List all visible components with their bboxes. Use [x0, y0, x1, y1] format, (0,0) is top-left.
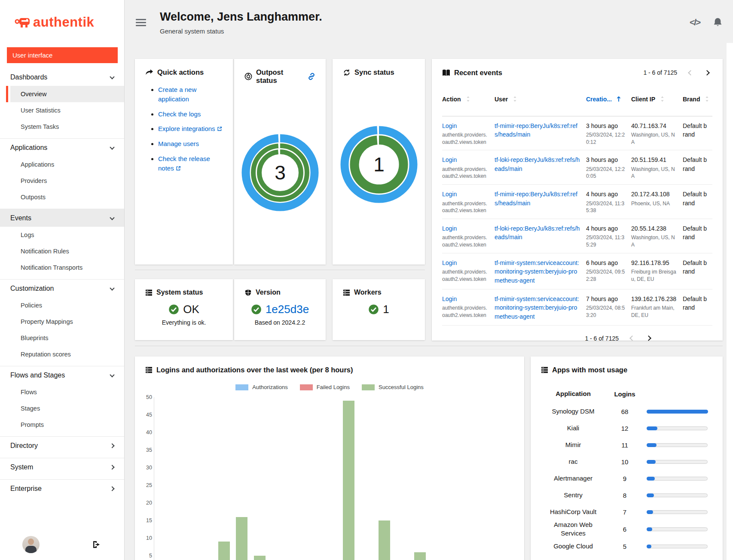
- progress-bar-track: [647, 477, 708, 481]
- event-user-link[interactable]: tf-mimir-repo:BeryJu/k8s:ref:refs/heads/…: [495, 190, 581, 207]
- quick-actions-list: Create a new applicationCheck the logsEx…: [151, 85, 227, 173]
- column-sort-toggle-creatio[interactable]: Creatio...: [586, 96, 621, 103]
- chevron-right-icon: [110, 465, 114, 469]
- main-content: Welcome, Jens Langhammer. General system…: [125, 0, 733, 560]
- event-action-link[interactable]: Login: [442, 190, 489, 198]
- pagination-next-button[interactable]: [701, 67, 712, 78]
- quick-action-item: Check the logs: [151, 110, 227, 119]
- cell-subtext: 25/03/2024, 12:20:05: [586, 166, 626, 180]
- sort-icon: [660, 96, 665, 102]
- sidebar-item-outposts[interactable]: Outposts: [10, 189, 124, 205]
- event-time: 4 hours ago: [586, 224, 626, 233]
- quick-action-link-manage-users[interactable]: Manage users: [158, 140, 199, 147]
- chevron-down-icon: [110, 215, 114, 220]
- scrollbar[interactable]: [727, 43, 733, 560]
- nav-group-events: EventsLogsNotification RulesNotification…: [0, 209, 124, 279]
- event-action-link[interactable]: Login: [442, 155, 489, 164]
- cell-subtext: 25/03/2024, 11:35:38: [586, 200, 626, 215]
- column-sort-toggle-action[interactable]: Action: [442, 96, 471, 103]
- event-client-ip: 20.55.14.238: [631, 224, 678, 233]
- sidebar-item-system-tasks[interactable]: System Tasks: [10, 119, 124, 135]
- table-cell: Loginauthentik.providers.oauth2.views.to…: [442, 150, 495, 185]
- external-link-icon: [215, 125, 222, 132]
- event-action-link[interactable]: Login: [442, 259, 489, 267]
- system-status-subtitle: Everything is ok.: [135, 319, 233, 326]
- sidebar-item-reputation-scores[interactable]: Reputation scores: [10, 346, 124, 362]
- pagination-prev-button[interactable]: [685, 67, 696, 78]
- event-action-link[interactable]: Login: [442, 224, 489, 233]
- app-logins-count: 6: [605, 526, 644, 533]
- server-icon: [541, 366, 548, 374]
- sidebar-item-stages[interactable]: Stages: [10, 400, 124, 417]
- avatar[interactable]: [22, 536, 40, 553]
- chart-bar: [414, 552, 426, 560]
- pagination-label: 1 - 6 of 7125: [585, 335, 619, 342]
- app-name: rac: [541, 457, 605, 466]
- quick-action-link-explore-integrations[interactable]: Explore integrations: [158, 125, 215, 132]
- event-user-link[interactable]: tf-loki-repo:BeryJu/k8s:ref:refs/heads/m…: [495, 155, 581, 173]
- table-cell: tf-mimir-system:serviceaccount:monitorin…: [495, 253, 586, 289]
- event-user-link[interactable]: tf-mimir-system:serviceaccount:monitorin…: [495, 259, 581, 285]
- column-sort-toggle-user[interactable]: User: [495, 96, 518, 103]
- column-sort-toggle-client-ip[interactable]: Client IP: [631, 96, 665, 103]
- column-label: Client IP: [631, 96, 655, 103]
- quick-action-link-check-the-logs[interactable]: Check the logs: [158, 110, 201, 118]
- user-interface-button[interactable]: User interface: [7, 47, 118, 63]
- nav-group-label: System: [10, 463, 33, 471]
- sync-status-title: Sync status: [354, 68, 394, 76]
- quick-action-link-check-the-release-notes[interactable]: Check the release notes: [158, 155, 210, 172]
- y-axis-tick-label: 20: [137, 499, 152, 506]
- column-label: Action: [442, 96, 461, 103]
- nav-group-title-directory[interactable]: Directory: [0, 437, 124, 454]
- outpost-link-icon[interactable]: [308, 73, 315, 80]
- pagination-next-button[interactable]: [643, 333, 654, 344]
- nav-group-title-applications[interactable]: Applications: [0, 139, 124, 156]
- column-sort-toggle-brand[interactable]: Brand: [683, 96, 710, 103]
- sidebar-item-logs[interactable]: Logs: [10, 227, 124, 243]
- event-action-link[interactable]: Login: [442, 122, 489, 130]
- table-cell: Default brand: [683, 253, 712, 289]
- pagination-label: 1 - 6 of 7125: [643, 69, 677, 76]
- cell-subtext: 25/03/2024, 09:52:28: [586, 268, 626, 283]
- cell-subtext: 25/03/2024, 08:53:20: [586, 304, 626, 319]
- notifications-bell-icon[interactable]: [713, 17, 723, 27]
- event-user-link[interactable]: tf-mimir-repo:BeryJu/k8s:ref:refs/heads/…: [495, 122, 581, 139]
- nav-group-title-customization[interactable]: Customization: [0, 280, 124, 297]
- apps-usage-row-kiali: Kiali12: [531, 420, 723, 437]
- page-title: Welcome, Jens Langhammer.: [160, 10, 322, 24]
- version-card: Version 1e25d3e Based on 2024.2.2: [234, 279, 326, 340]
- sidebar-item-applications[interactable]: Applications: [10, 156, 124, 173]
- nav-group-title-events[interactable]: Events: [0, 209, 124, 227]
- hamburger-menu-icon[interactable]: [136, 19, 146, 28]
- event-user-link[interactable]: tf-loki-repo:BeryJu/k8s:ref:refs/heads/m…: [495, 224, 581, 242]
- quick-action-item: Explore integrations: [151, 124, 227, 134]
- sort-icon: [512, 96, 518, 102]
- sidebar-item-blueprints[interactable]: Blueprints: [10, 330, 124, 346]
- sidebar-item-user-statistics[interactable]: User Statistics: [10, 102, 124, 119]
- nav-group-title-flows-and-stages[interactable]: Flows and Stages: [0, 366, 124, 384]
- sidebar-item-notification-transports[interactable]: Notification Transports: [10, 259, 124, 276]
- section-divider: [135, 346, 723, 346]
- nav-group-title-dashboards[interactable]: Dashboards: [0, 68, 124, 86]
- nav-group-customization: CustomizationPoliciesProperty MappingsBl…: [0, 279, 124, 366]
- sidebar-item-policies[interactable]: Policies: [10, 297, 124, 313]
- sidebar-item-notification-rules[interactable]: Notification Rules: [10, 243, 124, 259]
- api-code-icon[interactable]: </>: [690, 17, 700, 27]
- event-action-link[interactable]: Login: [442, 295, 489, 303]
- version-value-link[interactable]: 1e25d3e: [266, 303, 309, 316]
- event-time: 7 hours ago: [586, 295, 626, 303]
- event-user-link[interactable]: tf-mimir-system:serviceaccount:monitorin…: [495, 295, 581, 321]
- sidebar-item-prompts[interactable]: Prompts: [10, 417, 124, 433]
- sidebar-item-flows[interactable]: Flows: [10, 384, 124, 400]
- nav-group-label: Applications: [10, 144, 47, 152]
- nav-group-dashboards: DashboardsOverviewUser StatisticsSystem …: [0, 68, 124, 138]
- pagination-prev-button[interactable]: [626, 333, 638, 344]
- sign-out-icon[interactable]: [92, 540, 101, 549]
- sidebar-item-property-mappings[interactable]: Property Mappings: [10, 313, 124, 330]
- sidebar-item-providers[interactable]: Providers: [10, 173, 124, 189]
- sidebar-item-overview[interactable]: Overview: [10, 86, 124, 102]
- nav-group-title-enterprise[interactable]: Enterprise: [0, 480, 124, 497]
- nav-group-title-system[interactable]: System: [0, 458, 124, 476]
- quick-action-link-create-a-new-application[interactable]: Create a new application: [158, 86, 196, 103]
- apps-usage-row-hashicorp-vault: HashiCorp Vault7: [531, 504, 723, 520]
